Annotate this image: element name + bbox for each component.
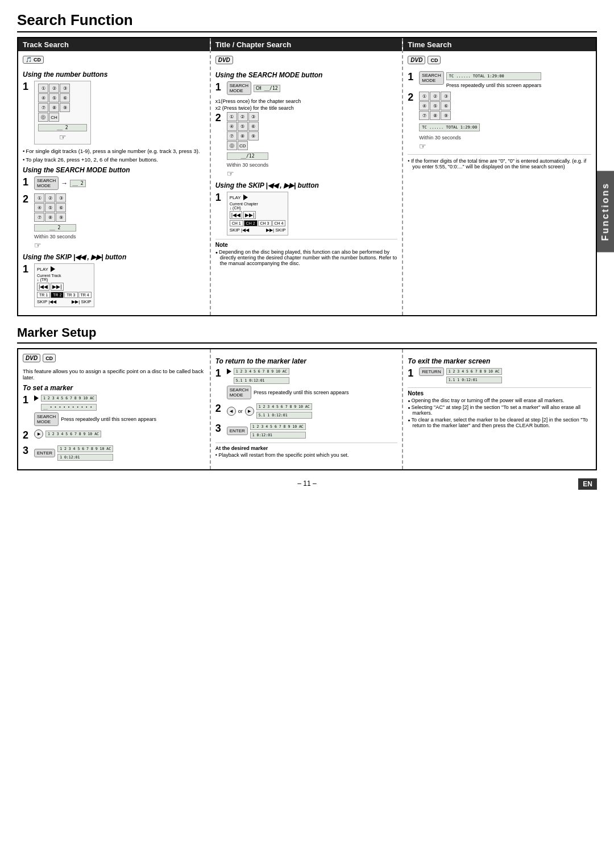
time-step1-inner: SEARCHMODE TC ...... TOTAL 1:29:00 Press… — [419, 71, 541, 88]
set-marker-title: To set a marker — [23, 384, 205, 392]
search-mode-button: SEARCHMODE — [34, 176, 59, 190]
col2-search-btn-row: SEARCHMODE CH __/12 — [227, 81, 280, 95]
marker-cd-icon: CD — [43, 354, 56, 362]
press-once-text: x1(Press once) for the chapter search — [215, 98, 398, 104]
title-chapter-search-col: Title / Chapter Search DVD Using the SEA… — [211, 38, 404, 315]
col2-step2: 2 ① ② ③ ④ ⑤ ⑥ ⑦ ⑧ ⑨ ⓪ CD __/12 Within 30… — [215, 112, 398, 178]
page-footer: – 11 – — [17, 477, 597, 490]
mode-screen-1: __ 2 — [70, 180, 85, 187]
time-search-col: Time Search DVD CD 1 SEARCHMODE TC .....… — [403, 38, 596, 315]
time-step2-content: ① ② ③ ④ ⑤ ⑥ ⑦ ⑧ ⑨ TC ...... TOTAL 1:29:0… — [419, 92, 480, 151]
return-step2-content: ◀ or ▶ 1 2 3 4 5 6 7 8 9 10 AC 5.1 1 0:1… — [227, 403, 312, 419]
num-grid-2: ① ② ③ ④ ⑤ ⑥ ⑦ ⑧ ⑨ — [34, 193, 76, 222]
btn-5: ⑤ — [49, 93, 59, 102]
time-screen-2: TC ...... TOTAL 1:29:00 — [419, 123, 480, 131]
return-step3-content: ENTER 1 2 3 4 5 6 7 8 9 10 AC 1 0:12:01 — [227, 423, 306, 439]
col2-screen2: __/12 — [227, 152, 269, 160]
number-buttons-title: Using the number buttons — [23, 71, 205, 78]
exit-screens: 1 2 3 4 5 6 7 8 9 10 AC 1.1 1 0:12:01 — [446, 367, 502, 384]
page-title: Search Function — [17, 11, 597, 32]
marker-col3: To exit the marker screen 1 RETURN 1 2 3… — [403, 349, 596, 469]
return-step1: 1 1 2 3 4 5 6 7 8 9 10 AC 5.1 1 0:12:01 … — [215, 367, 398, 399]
at-marker-label: At the desired marker — [215, 445, 398, 451]
skip-step1: 1 PLAY Current Track ↓ (TR) |◀◀ ▶▶| TR 1… — [23, 263, 205, 307]
btn-6: ⑥ — [60, 93, 70, 102]
col2-within-text: Within 30 seconds — [227, 162, 269, 168]
return-prev-btn: ◀ — [227, 407, 236, 416]
marker-col1: DVD CD This feature allows you to assign… — [18, 349, 211, 469]
marker-screen3: 1 2 3 4 5 6 7 8 9 10 AC — [57, 445, 113, 452]
return-press-text: Press repeatedly until this screen appea… — [254, 390, 349, 395]
return-button: RETURN — [419, 367, 443, 376]
marker-step2: 2 ▶ 1 2 3 4 5 6 7 8 9 10 AC — [23, 429, 205, 441]
at-marker-section: At the desired marker • Playback will re… — [215, 443, 398, 458]
exit-marker-title: To exit the marker screen — [408, 357, 591, 365]
search-function-grid: Track Search 🎵 CD Using the number butto… — [17, 37, 597, 316]
return-screens: 1 2 3 4 5 6 7 8 9 10 AC 5.1 1 0:12:01 — [234, 367, 289, 385]
marker-note1: Opening the disc tray or turning off the… — [408, 398, 591, 403]
return-step2-screens: 1 2 3 4 5 6 7 8 9 10 AC 5.1 1 0:12:01 — [256, 403, 312, 419]
marker-search-btn: SEARCHMODE — [34, 412, 59, 426]
return-step2-screen1b: 5.1 1 0:12:01 — [256, 412, 312, 419]
hand-icon-2: ☞ — [34, 241, 76, 250]
within-30-text: Within 30 seconds — [34, 234, 76, 239]
return-step1-inner: 1 2 3 4 5 6 7 8 9 10 AC 5.1 1 0:12:01 — [227, 367, 349, 385]
marker-search-row: SEARCHMODE Press repeatedly until this s… — [34, 412, 156, 426]
skip-controls: |◀◀ ▶▶| — [37, 283, 92, 291]
marker-step3: 3 ENTER 1 2 3 4 5 6 7 8 9 10 AC 1 0:12:0… — [23, 445, 205, 461]
play-row: PLAY — [37, 266, 92, 272]
col2-note: Note Depending on the disc being played,… — [215, 239, 398, 266]
num-grid: ① ② ③ ④ ⑤ ⑥ ⑦ ⑧ ⑨ ⓪ CH — [38, 84, 87, 122]
marker-device-icons: DVD CD — [23, 354, 205, 366]
col2-search-mode-btn: SEARCHMODE — [227, 81, 251, 95]
skip-title-col2: Using the SKIP |◀◀ , ▶▶| button — [215, 181, 398, 189]
time-press-text: Press repeatedly until this screen appea… — [446, 82, 542, 88]
time-device-icons: DVD CD — [408, 56, 591, 68]
marker-setup-title: Marker Setup — [17, 325, 597, 344]
btn-8: ⑧ — [49, 103, 59, 112]
en-badge: EN — [578, 478, 597, 490]
bullet-track26: To play track 26, press +10, 2, 6 of the… — [23, 156, 205, 163]
time-step1-content: SEARCHMODE TC ...... TOTAL 1:29:00 Press… — [419, 71, 541, 88]
btn-4: ④ — [38, 93, 48, 102]
skip-diagram: PLAY Current Track ↓ (TR) |◀◀ ▶▶| TR 1 T… — [34, 263, 94, 307]
btn-0: ⓪ — [38, 113, 48, 122]
search-mode-title-col2: Using the SEARCH MODE button — [215, 71, 398, 79]
col2-skip-back: |◀◀ — [230, 211, 242, 219]
marker-note2: Selecting "AC" at step [2] in the sectio… — [408, 404, 591, 416]
time-search-header: Time Search — [403, 38, 596, 51]
time-num-grid: ① ② ③ ④ ⑤ ⑥ ⑦ ⑧ ⑨ — [419, 92, 480, 120]
marker-press-text: Press repeatedly until this screen appea… — [61, 416, 156, 422]
marker-screen1b: __ • • • • • • • • • • — [41, 404, 97, 411]
note-bullet: Depending on the disc being played, this… — [215, 249, 398, 266]
col2-skip-step1: 1 PLAY Current Chapter ↓ (CH) |◀◀ ▶▶| CH… — [215, 192, 398, 235]
marker-col2: To return to the marker later 1 1 2 3 4 … — [211, 349, 404, 469]
search-mode-step2: 2 ① ② ③ ④ ⑤ ⑥ ⑦ ⑧ ⑨ __ 2 Within 30 secon… — [23, 193, 205, 250]
mode-screen-2: __ 2 — [34, 224, 76, 232]
time-search-mode-btn: SEARCHMODE — [419, 71, 443, 85]
return-search-row: SEARCHMODE Press repeatedly until this s… — [227, 386, 349, 399]
exit-step1: 1 RETURN 1 2 3 4 5 6 7 8 9 10 AC 1.1 1 0… — [408, 367, 591, 384]
return-next-btn: ▶ — [245, 407, 254, 416]
exit-btn-col: RETURN — [419, 367, 443, 376]
exit-screen1b: 1.1 1 0:12:01 — [446, 377, 502, 383]
return-screen1b: 5.1 1 0:12:01 — [234, 377, 289, 384]
track-cells: TR 1 TR 2 TR 3 TR 4 — [37, 292, 92, 298]
exit-step1-content: RETURN 1 2 3 4 5 6 7 8 9 10 AC 1.1 1 0:1… — [419, 367, 501, 384]
btn-9: ⑨ — [60, 103, 70, 112]
time-note-text: • If the former digits of the total time… — [408, 158, 591, 170]
press-twice-text: x2 (Press twice) for the title search — [215, 105, 398, 111]
btn-7: ⑦ — [38, 103, 48, 112]
marker-intro: This feature allows you to assign a spec… — [23, 368, 205, 381]
return-step1-content: 1 2 3 4 5 6 7 8 9 10 AC 5.1 1 0:12:01 SE… — [227, 367, 349, 399]
marker-step3-screens: 1 2 3 4 5 6 7 8 9 10 AC 1 0:12:01 — [57, 445, 113, 461]
skip-fwd-icon: ▶▶| — [51, 283, 63, 291]
bullet-single-digit: For single digit tracks (1-9), press a s… — [23, 148, 205, 154]
current-chapter-label: Current Chapter ↓ (CH) — [230, 202, 286, 210]
search-mode-btn-row: SEARCHMODE → __ 2 — [34, 176, 86, 190]
current-track-label: Current Track ↓ (TR) — [37, 274, 92, 282]
play-label: PLAY — [37, 267, 48, 272]
col2-step2-content: ① ② ③ ④ ⑤ ⑥ ⑦ ⑧ ⑨ ⓪ CD __/12 Within 30 s… — [227, 112, 269, 178]
col2-step1-content: SEARCHMODE CH __/12 — [227, 81, 280, 95]
dvd-device-icon: DVD — [215, 56, 233, 64]
